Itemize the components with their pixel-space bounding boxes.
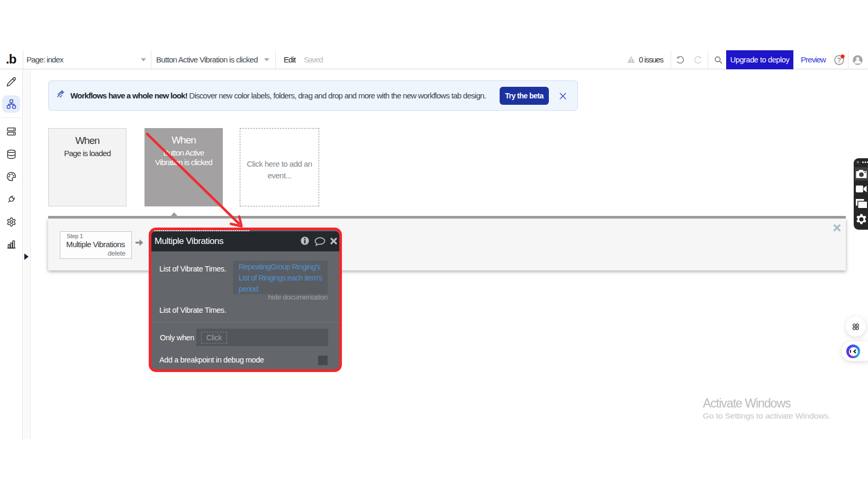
svg-text:?: ? <box>837 57 842 64</box>
